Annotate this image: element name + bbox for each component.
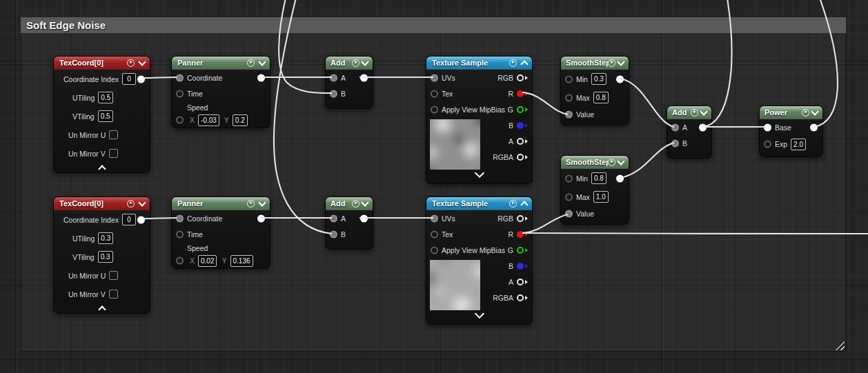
node-header[interactable]: Add: [326, 57, 373, 70]
preview-play-icon[interactable]: [691, 109, 698, 117]
node-header[interactable]: Texture Sample: [426, 57, 532, 70]
speed-y-field[interactable]: 0.136: [230, 255, 253, 267]
preview-play-icon[interactable]: [509, 59, 517, 67]
chevron-down-icon[interactable]: [617, 58, 624, 65]
min-field[interactable]: 0.3: [591, 73, 606, 85]
output-pin[interactable]: [360, 74, 368, 82]
chevron-down-icon[interactable]: [811, 108, 818, 115]
output-pin[interactable]: [616, 174, 624, 182]
vtiling-field[interactable]: 0.5: [98, 110, 113, 122]
output-pin[interactable]: [137, 75, 145, 83]
node-add-1[interactable]: Add A B: [325, 56, 373, 109]
g-output-pin[interactable]: [517, 106, 524, 113]
chevron-down-icon[interactable]: [258, 58, 266, 65]
b-output-pin[interactable]: [517, 122, 524, 129]
max-field[interactable]: 1.0: [593, 191, 609, 203]
min-input-pin[interactable]: [565, 75, 573, 83]
speed-input-pin[interactable]: [176, 257, 184, 265]
utiling-field[interactable]: 0.5: [98, 92, 113, 103]
preview-play-icon[interactable]: [247, 200, 255, 208]
expand-chevron-icon[interactable]: [474, 309, 484, 319]
chevron-up-icon[interactable]: [520, 60, 528, 68]
rgba-output-pin[interactable]: [517, 294, 524, 301]
base-input-pin[interactable]: [764, 124, 771, 132]
output-pin[interactable]: [137, 216, 145, 223]
node-add-3[interactable]: Add A B: [325, 196, 373, 250]
node-header[interactable]: Add: [326, 197, 373, 210]
collapse-chevron-icon[interactable]: [98, 165, 106, 172]
output-pin[interactable]: [360, 215, 368, 223]
b-output-pin[interactable]: [517, 263, 524, 270]
node-texcoord-2[interactable]: TexCoord[0] Coordinate Index 0 UTiling 0…: [53, 196, 150, 314]
node-texture-sample-2[interactable]: Texture Sample UVs Tex Apply View MipBia…: [426, 196, 533, 325]
b-input-pin[interactable]: [330, 231, 337, 239]
b-input-pin[interactable]: [330, 90, 337, 98]
output-pin[interactable]: [699, 124, 707, 132]
node-header[interactable]: Texture Sample: [426, 197, 532, 210]
node-header[interactable]: TexCoord[0]: [54, 197, 150, 210]
unmirror-u-checkbox[interactable]: [109, 130, 118, 139]
rgb-output-pin[interactable]: [517, 74, 524, 81]
exp-input-pin[interactable]: [764, 141, 771, 148]
preview-play-icon[interactable]: [352, 200, 359, 208]
unmirror-u-checkbox[interactable]: [109, 271, 118, 280]
collapse-chevron-icon[interactable]: [98, 305, 106, 313]
value-input-pin[interactable]: [565, 210, 573, 218]
g-output-pin[interactable]: [517, 247, 524, 254]
chevron-down-icon[interactable]: [361, 58, 368, 65]
r-output-pin[interactable]: [517, 90, 524, 97]
node-header[interactable]: Panner: [172, 197, 270, 210]
chevron-down-icon[interactable]: [617, 157, 624, 165]
preview-play-icon[interactable]: [127, 59, 135, 67]
speed-x-field[interactable]: 0.02: [198, 255, 217, 267]
preview-play-icon[interactable]: [127, 200, 135, 208]
max-input-pin[interactable]: [565, 193, 573, 201]
chevron-down-icon[interactable]: [361, 199, 368, 206]
a-input-pin[interactable]: [330, 74, 337, 82]
output-pin[interactable]: [616, 75, 624, 83]
node-header[interactable]: SmoothStep: [561, 156, 629, 169]
chevron-down-icon[interactable]: [258, 199, 266, 206]
chevron-down-icon[interactable]: [700, 108, 707, 115]
node-header[interactable]: Power: [760, 106, 822, 119]
min-field[interactable]: 0.8: [591, 172, 606, 184]
exp-field[interactable]: 2.0: [791, 139, 806, 150]
node-panner-2[interactable]: Panner Coordinate Time Speed X 0.02 Y 0.…: [171, 196, 270, 269]
comment-header[interactable]: Soft Edge Noise: [21, 17, 846, 33]
a-output-pin[interactable]: [517, 138, 524, 145]
node-smoothstep-1[interactable]: SmoothStep Min 0.3 Max 0.8 Value: [560, 56, 629, 125]
preview-play-icon[interactable]: [247, 59, 255, 67]
node-texture-sample-1[interactable]: Texture Sample UVs Tex Apply View MipBia…: [426, 56, 533, 184]
time-input-pin[interactable]: [176, 90, 184, 98]
value-input-pin[interactable]: [565, 111, 573, 119]
node-header[interactable]: SmoothStep: [561, 57, 629, 70]
node-panner-1[interactable]: Panner Coordinate Time Speed X -0.03 Y 0…: [171, 56, 270, 128]
coordinate-input-pin[interactable]: [176, 215, 184, 223]
b-input-pin[interactable]: [671, 140, 679, 148]
node-texcoord-1[interactable]: TexCoord[0] Coordinate Index 0 UTiling 0…: [53, 56, 150, 173]
node-header[interactable]: Panner: [172, 57, 270, 70]
max-input-pin[interactable]: [565, 94, 573, 101]
node-add-2[interactable]: Add A B: [667, 105, 712, 159]
output-pin[interactable]: [257, 215, 265, 223]
rgba-output-pin[interactable]: [517, 154, 524, 161]
unmirror-v-checkbox[interactable]: [109, 290, 118, 299]
node-header[interactable]: Add: [667, 106, 711, 119]
output-pin[interactable]: [810, 124, 818, 132]
coordinate-index-field[interactable]: 0: [122, 73, 136, 85]
graph-canvas[interactable]: Soft Edge Noise TexCoord[0] Coordinate I…: [0, 0, 868, 373]
node-power[interactable]: Power Base Exp 2.0: [759, 105, 823, 157]
speed-y-field[interactable]: 0.2: [233, 114, 248, 126]
comment-resize-handle[interactable]: [836, 341, 845, 350]
max-field[interactable]: 0.8: [593, 92, 609, 103]
node-smoothstep-2[interactable]: SmoothStep Min 0.8 Max 1.0 Value: [560, 155, 629, 225]
a-input-pin[interactable]: [330, 215, 337, 223]
vtiling-field[interactable]: 0.3: [98, 251, 113, 263]
speed-input-pin[interactable]: [176, 117, 184, 124]
output-pin[interactable]: [257, 74, 265, 82]
coordinate-input-pin[interactable]: [176, 74, 184, 82]
preview-play-icon[interactable]: [509, 200, 517, 208]
chevron-up-icon[interactable]: [520, 201, 528, 208]
coordinate-index-field[interactable]: 0: [122, 214, 136, 225]
preview-play-icon[interactable]: [352, 59, 359, 67]
